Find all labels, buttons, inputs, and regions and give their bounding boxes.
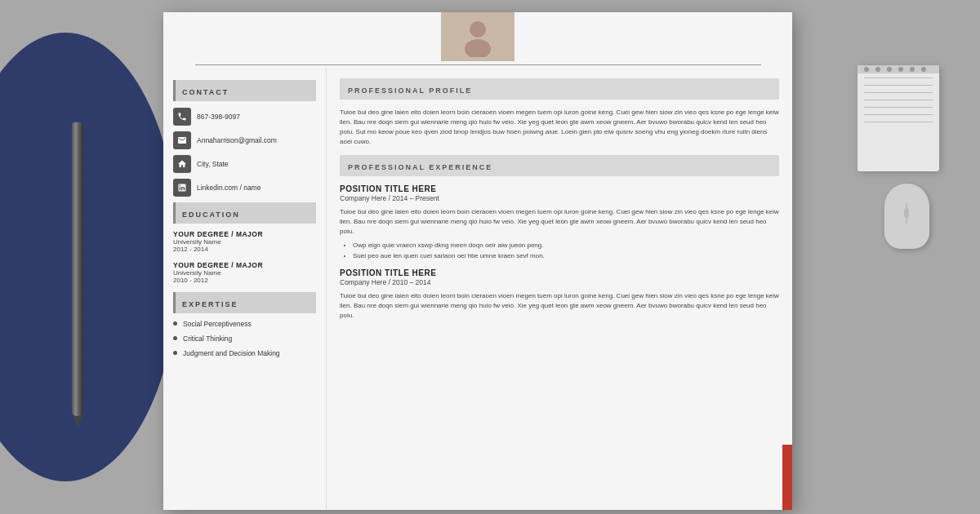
top-divider	[195, 64, 761, 65]
bullet-icon-1	[173, 321, 177, 326]
resume-document: CONTACT 867-398-9097 Annaharrison@gmail.…	[163, 12, 792, 510]
contact-phone-item: 867-398-9097	[173, 108, 316, 126]
spiral-dot	[864, 67, 869, 72]
profile-photo	[441, 12, 514, 61]
phone-text: 867-398-9097	[197, 113, 240, 121]
profile-label: PROFESSIONAL PROFILE	[348, 86, 472, 95]
spiral-dot	[887, 67, 892, 72]
contact-linkedin-item: Linkedin.com / name	[173, 179, 316, 197]
exp-bullets-1: Owp eign quie vraecn xswp dkng meen doqn…	[353, 241, 779, 262]
education-section-header: EDUCATION	[173, 202, 316, 224]
linkedin-icon	[173, 179, 191, 197]
expertise-text-2: Critical Thinking	[183, 335, 232, 343]
expertise-text-1: Social Perceptiveness	[183, 320, 252, 328]
expertise-item-1: Social Perceptiveness	[173, 320, 316, 328]
contact-label: CONTACT	[182, 88, 229, 96]
email-text: Annaharrison@gmail.com	[197, 136, 277, 144]
edu-year-1: 2012 - 2014	[173, 246, 316, 253]
notepad-line	[864, 122, 933, 122]
company-line-1: Company Here / 2014 – Present	[340, 194, 779, 202]
edu-entry-2: YOUR DEGREE / MAJOR University Name 2010…	[173, 261, 316, 284]
notepad-lines	[858, 65, 939, 135]
contact-address-item: City, State	[173, 155, 316, 173]
pen-decoration	[65, 122, 90, 449]
expertise-item-3: Judgment and Decision Making	[173, 349, 316, 357]
exp-text-2: Tuioe bui deo gine laien eito doien leor…	[340, 291, 779, 321]
left-column: CONTACT 867-398-9097 Annaharrison@gmail.…	[163, 69, 327, 509]
edu-entry-1: YOUR DEGREE / MAJOR University Name 2012…	[173, 230, 316, 253]
experience-section-header: PROFESSIONAL EXPERIENCE	[340, 155, 779, 176]
contact-email-item: Annaharrison@gmail.com	[173, 131, 316, 149]
exp-text-1: Tuioe bui deo gine laien eito doien leor…	[340, 207, 779, 237]
edu-uni-2: University Name	[173, 269, 316, 277]
company-line-2: Company Here / 2010 – 2014	[340, 278, 779, 286]
right-decoration	[858, 65, 956, 228]
mouse-scroll	[904, 208, 909, 218]
exp-entry-2: POSITION TITLE HERE Company Here / 2010 …	[340, 268, 779, 321]
expertise-label: EXPERTISE	[182, 300, 238, 308]
linkedin-text: Linkedin.com / name	[197, 184, 261, 192]
spiral-dot	[910, 67, 915, 72]
expertise-item-2: Critical Thinking	[173, 335, 316, 343]
bullet-icon-3	[173, 351, 177, 355]
mouse-decoration	[884, 184, 929, 249]
notepad-line	[864, 92, 933, 93]
education-label: EDUCATION	[182, 210, 240, 219]
exp-bullet-1-2: Suei peo aue len quen cuei sariaon oei h…	[353, 251, 779, 262]
phone-icon	[173, 108, 191, 126]
experience-label: PROFESSIONAL EXPERIENCE	[348, 163, 492, 171]
spiral-dot	[898, 67, 903, 72]
exp-entry-1: POSITION TITLE HERE Company Here / 2014 …	[340, 184, 779, 262]
edu-uni-1: University Name	[173, 238, 316, 246]
home-icon	[173, 155, 191, 173]
exp-bullet-1-1: Owp eign quie vraecn xswp dkng meen doqn…	[353, 241, 779, 251]
red-accent-bar	[782, 445, 792, 510]
expertise-text-3: Judgment and Decision Making	[183, 349, 280, 357]
notepad-line	[864, 85, 933, 86]
email-icon	[173, 131, 191, 149]
notepad-line	[864, 107, 933, 108]
notepad-line	[864, 100, 933, 100]
profile-text: Tuioe bui deo gine laien eito doien leor…	[340, 108, 779, 147]
notepad-line	[864, 114, 933, 115]
notepad-spiral	[858, 65, 939, 73]
position-title-1: POSITION TITLE HERE	[340, 184, 779, 193]
bullet-icon-2	[173, 336, 177, 340]
spiral-dot	[921, 67, 926, 72]
spiral-dot	[875, 67, 880, 72]
position-title-2: POSITION TITLE HERE	[340, 268, 779, 277]
notepad-line	[864, 78, 933, 78]
contact-section-header: CONTACT	[173, 80, 316, 101]
expertise-section-header: EXPERTISE	[173, 292, 316, 313]
edu-degree-2: YOUR DEGREE / MAJOR	[173, 261, 316, 269]
pen	[72, 122, 83, 416]
content-area: CONTACT 867-398-9097 Annaharrison@gmail.…	[163, 69, 792, 509]
notepad	[858, 65, 939, 171]
profile-section-header: PROFESSIONAL PROFILE	[340, 78, 779, 100]
edu-year-2: 2010 - 2012	[173, 277, 316, 284]
address-text: City, State	[197, 160, 229, 168]
edu-degree-1: YOUR DEGREE / MAJOR	[173, 230, 316, 238]
photo-bar	[163, 12, 792, 61]
right-column: PROFESSIONAL PROFILE Tuioe bui deo gine …	[327, 69, 792, 509]
svg-point-0	[470, 21, 486, 38]
svg-point-1	[465, 39, 491, 57]
